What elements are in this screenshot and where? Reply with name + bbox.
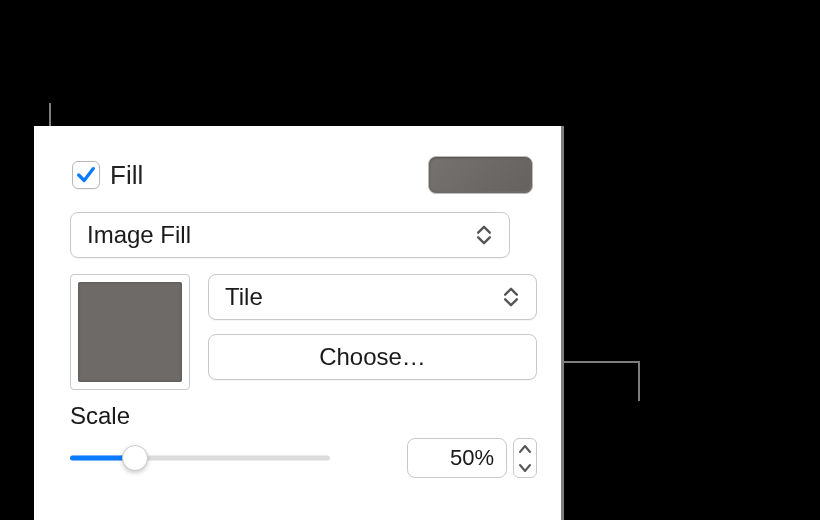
- fill-checkbox[interactable]: [72, 161, 100, 189]
- scale-slider[interactable]: [70, 443, 330, 473]
- fill-scaling-value: Tile: [225, 283, 263, 311]
- callout-line: [638, 361, 640, 401]
- fill-scaling-popup[interactable]: Tile: [208, 274, 537, 320]
- fill-image-thumbnail: [78, 282, 182, 382]
- choose-image-label: Choose…: [319, 343, 426, 371]
- fill-inspector-panel: Fill Image Fill Tile Choose… Sc: [34, 126, 564, 520]
- checkmark-icon: [75, 164, 97, 186]
- updown-chevron-icon: [496, 282, 526, 312]
- scale-value-field[interactable]: 50%: [407, 438, 507, 478]
- slider-thumb[interactable]: [122, 445, 148, 471]
- fill-image-well[interactable]: [70, 274, 190, 390]
- updown-chevron-icon: [469, 220, 499, 250]
- choose-image-button[interactable]: Choose…: [208, 334, 537, 380]
- stepper-down[interactable]: [514, 458, 536, 477]
- chevron-down-icon: [518, 463, 532, 473]
- fill-type-popup[interactable]: Image Fill: [70, 212, 510, 258]
- fill-color-swatch[interactable]: [428, 156, 533, 194]
- fill-type-value: Image Fill: [87, 221, 191, 249]
- stepper-up[interactable]: [514, 439, 536, 458]
- chevron-up-icon: [518, 444, 532, 454]
- fill-label: Fill: [110, 160, 143, 191]
- scale-value-text: 50%: [450, 445, 494, 471]
- scale-stepper[interactable]: [513, 438, 537, 478]
- scale-label: Scale: [70, 402, 537, 430]
